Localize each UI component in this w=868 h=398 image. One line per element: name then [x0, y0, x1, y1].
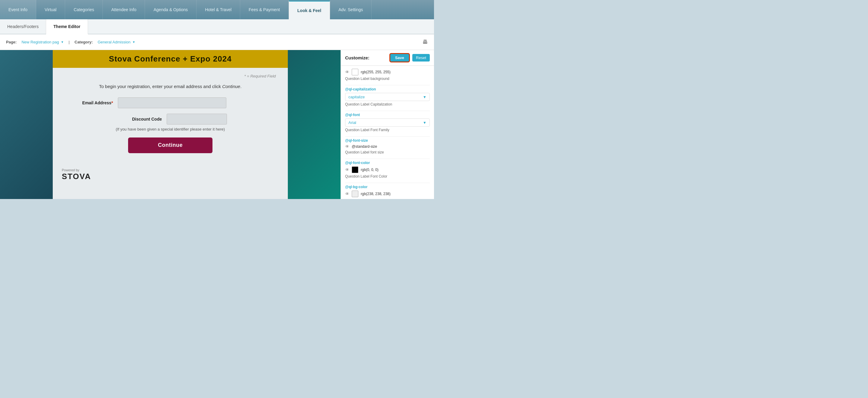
- color-value-5: rgb(238, 238, 238): [361, 192, 391, 196]
- prop-desc-font: Question Label Font Family: [345, 128, 430, 132]
- capitalization-chevron-icon: ▼: [423, 95, 427, 99]
- eye-icon-4[interactable]: 👁: [345, 167, 349, 172]
- color-swatch-0[interactable]: [352, 69, 358, 75]
- sub-nav-theme-editor[interactable]: Theme Editor: [46, 19, 88, 34]
- sub-nav: Headers/Footers Theme Editor: [0, 19, 434, 34]
- prop-row-ql-font: @ql-font Arial ▼ Question Label Font Fam…: [345, 113, 430, 132]
- divider-1: [345, 111, 430, 111]
- discount-row: Discount Code: [114, 114, 227, 125]
- save-button[interactable]: Save: [390, 53, 410, 62]
- font-size-value: @standard-size: [352, 145, 377, 149]
- prop-desc-bg-color: Question input background color: [345, 198, 430, 199]
- nav-hotel-travel[interactable]: Hotel & Travel: [196, 0, 240, 19]
- prop-select-value-capitalization: capitalize: [348, 95, 423, 99]
- sub-nav-headers-footers[interactable]: Headers/Footers: [0, 19, 46, 34]
- prop-control-ql-bg-color: 👁 rgb(238, 238, 238): [345, 190, 430, 197]
- color-value-4: rgb(0, 0, 0): [361, 167, 378, 172]
- toolbar-icons: 🖶: [423, 39, 428, 45]
- prop-desc-font-color: Question Label Font Color: [345, 174, 430, 179]
- monitor-icon[interactable]: 🖶: [423, 39, 428, 45]
- color-swatch-4[interactable]: [352, 166, 358, 173]
- stova-logo: STOVA: [62, 172, 279, 181]
- color-swatch-5[interactable]: [352, 190, 358, 197]
- top-nav: Event Info Virtual Categories Attendee I…: [0, 0, 434, 19]
- customize-title: Customize:: [345, 55, 387, 60]
- nav-categories[interactable]: Categories: [65, 0, 103, 19]
- email-field-row: Email Address*: [65, 97, 276, 108]
- discount-hint: (If you have been given a special identi…: [116, 127, 225, 131]
- prop-row-ql-bg-color: @ql-bg-color 👁 rgb(238, 238, 238) Questi…: [345, 185, 430, 199]
- customize-panel: Customize: Save Reset 👁 rgb(255, 255, 25…: [341, 50, 434, 199]
- prop-control-ql-font-color: 👁 rgb(0, 0, 0): [345, 166, 430, 173]
- registration-form: * = Required Field To begin your registr…: [53, 68, 288, 162]
- nav-adv-settings[interactable]: Adv. Settings: [330, 0, 372, 19]
- customize-header: Customize: Save Reset: [341, 50, 434, 66]
- divider-4: [345, 183, 430, 183]
- prop-var-ql-font-size: @ql-font-size: [345, 139, 430, 143]
- prop-row-ql-capitalization: @ql-capitalization capitalize ▼ Question…: [345, 87, 430, 106]
- page-select[interactable]: New Registration pag ▼: [22, 40, 64, 44]
- category-select[interactable]: General Admission ▼: [98, 40, 135, 44]
- prop-control-ql-bg: 👁 rgb(255, 255, 255): [345, 69, 430, 75]
- prop-desc-capitalization: Question Label Capitalization: [345, 102, 430, 106]
- email-label: Email Address*: [65, 100, 113, 105]
- powered-by: Powered by STOVA: [53, 162, 288, 187]
- divider-3: [345, 159, 430, 159]
- event-banner: Stova Conference + Expo 2024: [53, 50, 288, 68]
- nav-agenda-options[interactable]: Agenda & Options: [145, 0, 196, 19]
- prop-var-ql-capitalization: @ql-capitalization: [345, 87, 430, 91]
- divider-2: [345, 136, 430, 136]
- divider-0: [345, 85, 430, 85]
- form-intro: To begin your registration, enter your e…: [65, 83, 276, 90]
- preview-frame: Stova Conference + Expo 2024 * = Require…: [53, 50, 288, 199]
- prop-var-ql-font-color: @ql-font-color: [345, 161, 430, 165]
- eye-icon-5[interactable]: 👁: [345, 191, 349, 196]
- prop-var-ql-bg-color: @ql-bg-color: [345, 185, 430, 189]
- prop-row-ql-bg: 👁 rgb(255, 255, 255) Question Label back…: [345, 69, 430, 81]
- prop-select-value-font: Arial: [348, 120, 423, 125]
- font-chevron-icon: ▼: [423, 121, 427, 125]
- toolbar-divider: |: [69, 40, 70, 44]
- reset-button[interactable]: Reset: [412, 54, 430, 62]
- prop-select-ql-font[interactable]: Arial ▼: [345, 119, 430, 127]
- category-label: Category:: [74, 40, 93, 44]
- prop-select-ql-capitalization[interactable]: capitalize ▼: [345, 93, 430, 101]
- discount-label: Discount Code: [114, 117, 162, 122]
- prop-var-ql-font: @ql-font: [345, 113, 430, 117]
- customize-body: 👁 rgb(255, 255, 255) Question Label back…: [341, 66, 434, 199]
- prop-control-ql-font-size: 👁 @standard-size: [345, 144, 430, 149]
- discount-section: Discount Code (If you have been given a …: [65, 114, 276, 131]
- prop-desc-font-size: Question Label font size: [345, 150, 430, 154]
- email-input[interactable]: [118, 97, 226, 108]
- prop-row-ql-font-size: @ql-font-size 👁 @standard-size Question …: [345, 139, 430, 154]
- nav-attendee-info[interactable]: Attendee Info: [103, 0, 145, 19]
- continue-button[interactable]: Continue: [128, 137, 213, 153]
- nav-event-info[interactable]: Event Info: [0, 0, 36, 19]
- eye-icon-0[interactable]: 👁: [345, 70, 349, 74]
- powered-by-text: Powered by: [62, 168, 279, 172]
- color-value-0: rgb(255, 255, 255): [361, 70, 391, 74]
- nav-look-feel[interactable]: Look & Feel: [289, 1, 330, 19]
- toolbar: Page: New Registration pag ▼ | Category:…: [0, 34, 434, 50]
- eye-icon-3[interactable]: 👁: [345, 144, 349, 149]
- main-layout: Stova Conference + Expo 2024 * = Require…: [0, 50, 434, 199]
- discount-input[interactable]: [167, 114, 227, 125]
- nav-virtual[interactable]: Virtual: [36, 0, 65, 19]
- preview-area: Stova Conference + Expo 2024 * = Require…: [0, 50, 341, 199]
- required-field-note: * = Required Field: [65, 74, 276, 79]
- category-chevron-icon: ▼: [132, 40, 135, 44]
- nav-fees-payment[interactable]: Fees & Payment: [240, 0, 289, 19]
- prop-row-ql-font-color: @ql-font-color 👁 rgb(0, 0, 0) Question L…: [345, 161, 430, 179]
- page-label: Page:: [6, 40, 17, 44]
- required-star: *: [112, 100, 113, 105]
- prop-desc-0: Question Label background: [345, 76, 430, 81]
- page-chevron-icon: ▼: [61, 40, 64, 44]
